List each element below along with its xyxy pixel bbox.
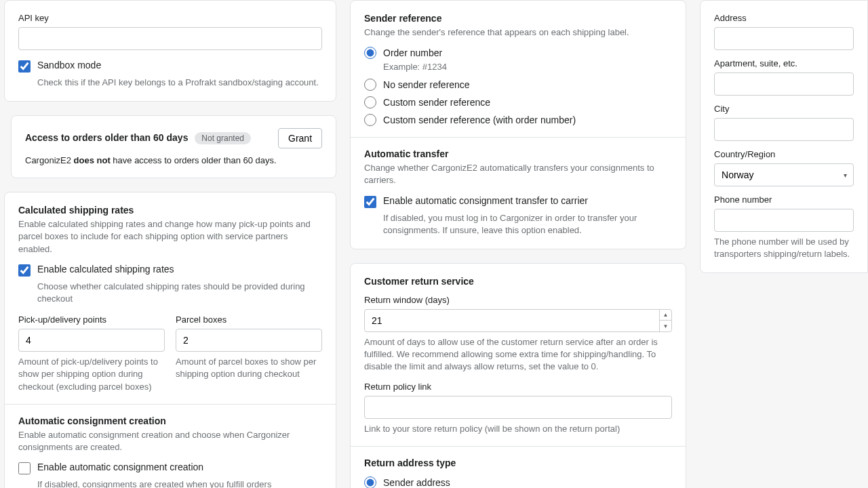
phone-input[interactable] <box>714 209 854 232</box>
sender-opt3-label: Custom sender reference <box>383 97 490 108</box>
access-title: Access to orders older than 60 days <box>25 132 188 143</box>
return-window-help: Amount of days to allow use of the custo… <box>364 336 672 373</box>
apartment-input[interactable] <box>714 73 854 96</box>
transfer-title: Automatic transfer <box>364 148 672 159</box>
sender-card: Sender reference Change the sender's ref… <box>350 0 686 249</box>
access-card: Access to orders older than 60 days Not … <box>11 115 336 178</box>
return-addr-title: Return address type <box>364 458 672 468</box>
pickup-input[interactable] <box>18 329 165 352</box>
sender-opt1-label: Order number <box>383 47 442 58</box>
sender-opt4-label: Custom sender reference (with order numb… <box>383 115 576 125</box>
country-label: Country/Region <box>714 149 854 159</box>
sandbox-label: Sandbox mode <box>37 60 101 70</box>
return-policy-input[interactable] <box>364 396 672 419</box>
sender-opt1-sub: Example: #1234 <box>383 62 672 72</box>
return-addr-opt1-radio[interactable] <box>364 476 376 488</box>
phone-label: Phone number <box>714 195 854 205</box>
grant-button[interactable]: Grant <box>278 128 322 148</box>
access-badge: Not granted <box>195 132 251 144</box>
calc-enable-label: Enable calculated shipping rates <box>37 264 174 274</box>
parcel-help: Amount of parcel boxes to show per shipp… <box>176 356 322 380</box>
sender-opt1-radio[interactable] <box>364 47 376 59</box>
api-key-label: API key <box>18 13 322 23</box>
return-policy-help: Link to your store return policy (will b… <box>364 423 672 435</box>
address-label: Address <box>714 13 854 23</box>
pickup-label: Pick-up/delivery points <box>18 314 165 325</box>
calc-enable-checkbox[interactable] <box>18 264 31 277</box>
api-key-input[interactable] <box>18 27 322 50</box>
sender-opt2-label: No sender reference <box>383 79 470 90</box>
access-text: CargonizE2 does not have access to order… <box>25 155 322 165</box>
calc-title: Calculated shipping rates <box>18 205 322 216</box>
sandbox-checkbox[interactable] <box>18 60 31 73</box>
parcel-label: Parcel boxes <box>176 314 322 325</box>
sender-desc: Change the sender's reference that appea… <box>364 26 672 39</box>
auto-desc: Enable automatic consignment creation an… <box>18 429 322 453</box>
sender-opt3-radio[interactable] <box>364 96 376 108</box>
transfer-desc: Change whether CargonizE2 automatically … <box>364 162 672 186</box>
auto-enable-checkbox[interactable] <box>18 462 31 474</box>
return-policy-label: Return policy link <box>364 382 672 392</box>
calc-enable-help: Choose whether calculated shipping rates… <box>37 281 322 305</box>
parcel-input[interactable] <box>176 329 322 352</box>
return-addr-opt1-label: Sender address <box>383 477 450 488</box>
country-select[interactable]: Norway <box>714 163 854 186</box>
return-title: Customer return service <box>364 276 672 287</box>
transfer-enable-label: Enable automatic consignment transfer to… <box>383 195 588 206</box>
return-window-label: Return window (days) <box>364 295 672 305</box>
stepper-down-icon[interactable]: ▼ <box>660 321 671 331</box>
stepper-up-icon[interactable]: ▲ <box>660 310 671 321</box>
sandbox-help: Check this if the API key belongs to a P… <box>37 77 322 89</box>
calc-rates-card: Calculated shipping rates Enable calcula… <box>4 192 336 488</box>
return-card: Customer return service Return window (d… <box>350 263 686 488</box>
sender-opt2-radio[interactable] <box>364 79 376 91</box>
return-window-input[interactable] <box>364 309 672 332</box>
address-card: Address Apartment, suite, etc. City Coun… <box>700 0 868 273</box>
apartment-label: Apartment, suite, etc. <box>714 58 854 68</box>
phone-help: The phone number will be used by transpo… <box>714 236 854 260</box>
auto-enable-help: If disabled, consignments are created wh… <box>37 479 322 488</box>
city-label: City <box>714 104 854 114</box>
transfer-enable-checkbox[interactable] <box>364 196 376 208</box>
auto-enable-label: Enable automatic consignment creation <box>37 462 203 472</box>
sender-opt4-radio[interactable] <box>364 114 376 126</box>
auto-title: Automatic consignment creation <box>18 415 322 426</box>
sender-title: Sender reference <box>364 13 672 24</box>
transfer-enable-help: If disabled, you must log in to Cargoniz… <box>383 212 672 237</box>
address-input[interactable] <box>714 27 854 50</box>
api-key-card: API key Sandbox mode Check this if the A… <box>4 0 336 102</box>
calc-desc: Enable calculated shipping rates and cha… <box>18 218 322 256</box>
pickup-help: Amount of pick-up/delivery points to sho… <box>18 356 165 393</box>
city-input[interactable] <box>714 118 854 141</box>
